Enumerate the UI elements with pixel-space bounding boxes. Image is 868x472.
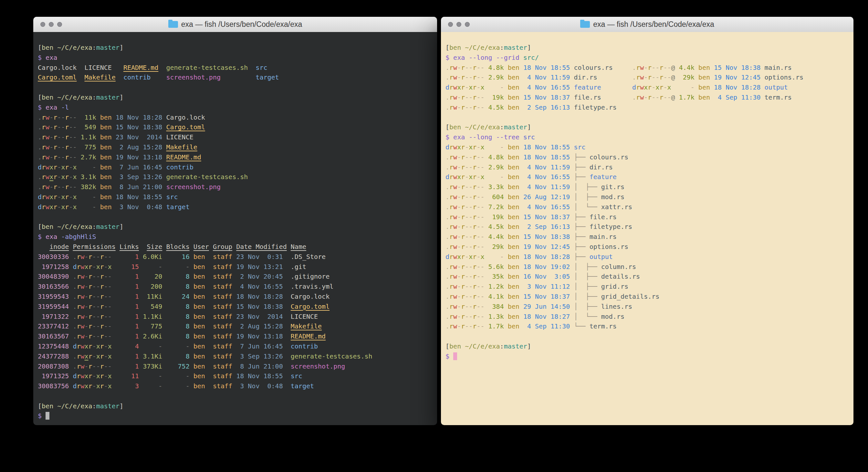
terminal-line: 30163566 .rw-r--r-- 1 200 8 ben staff 4 … (38, 282, 433, 292)
terminal-line: .rw-r--r-- 29k ben 19 Nov 12:45 ├── opti… (445, 242, 849, 252)
terminal-line: .rw-r--r-- 1.2k ben 3 Nov 11:12 │ ├── gr… (445, 282, 849, 292)
text-cursor (45, 412, 50, 420)
terminal-line: 1971258 drwxr-xr-x 15 - - ben staff 19 N… (38, 262, 433, 272)
terminal-line: .rw-r--r-- 549 ben 15 Nov 18:38 Cargo.to… (38, 122, 433, 132)
terminal-line: drwxr-xr-x - ben 3 Nov 0:48 target (38, 202, 433, 212)
terminal-line: .rw-r--r-- 11k ben 18 Nov 18:28 Cargo.lo… (38, 113, 433, 122)
terminal-line: inode Permissions Links Size Blocks User… (38, 242, 433, 252)
terminal-line: [ben ~/C/e/exa:master] (445, 122, 849, 132)
terminal-line: 30048390 .rw-r--r-- 1 20 8 ben staff 2 N… (38, 271, 433, 282)
terminal-line: .rw-r--r-- 5.6k ben 18 Nov 19:02 │ ├── c… (445, 262, 849, 272)
terminal-line: .rw-r--r-- 2.7k ben 19 Nov 13:18 README.… (38, 152, 433, 162)
terminal-line: $ exa (38, 53, 433, 63)
zoom-button[interactable] (465, 22, 470, 27)
terminal-line: drwxr-xr-x - ben 4 Nov 16:55 feature drw… (445, 83, 849, 92)
terminal-line: 24377288 .rwxr-xr-x 1 3.1Ki 8 ben staff … (38, 351, 433, 361)
terminal-line: Cargo.lock LICENCE README.md generate-te… (38, 63, 433, 73)
terminal-line (38, 391, 433, 401)
minimize-button[interactable] (457, 22, 461, 27)
minimize-button[interactable] (49, 22, 54, 27)
desktop: { "chrome": { "traffic_light_color": "#8… (0, 0, 868, 472)
terminal-line (38, 83, 433, 92)
terminal-line: drwxr-xr-x - ben 4 Nov 16:55 ├── feature (445, 172, 849, 182)
window-controls (448, 17, 470, 32)
terminal-line: .rw-r--r-- 384 ben 29 Jun 14:50 │ ├── li… (445, 302, 849, 312)
terminal-line: drwxr-xr-x - ben 18 Nov 18:28 ├── output (445, 252, 849, 262)
terminal-line: 31959543 .rw-r--r-- 1 11Ki 24 ben staff … (38, 292, 433, 302)
close-button[interactable] (448, 22, 453, 27)
terminal-line (38, 212, 433, 222)
terminal-line: drwxr-xr-x - ben 18 Nov 18:55 src (38, 192, 433, 202)
terminal-line (445, 331, 849, 342)
terminal-line: .rw-r--r-- 4.1k ben 15 Nov 18:37 │ ├── g… (445, 292, 849, 302)
terminal-viewport-left[interactable]: [ben ~/C/e/exa:master]$ exaCargo.lock LI… (33, 32, 437, 425)
terminal-line: $ (445, 351, 849, 361)
terminal-line: 12375448 drwxr-xr-x 4 - - ben staff 7 Ju… (38, 342, 433, 351)
terminal-line: .rw-r--r-- 775 ben 2 Aug 15:28 Makefile (38, 142, 433, 152)
terminal-line: .rw-r--r-- 1.7k ben 4 Sep 11:30 └── term… (445, 321, 849, 331)
close-button[interactable] (40, 22, 45, 27)
terminal-line: .rw-r--r-- 19k ben 15 Nov 18:37 file.rs … (445, 92, 849, 102)
terminal-line: .rw-r--r-- 2.9k ben 4 Nov 11:59 dir.rs .… (445, 72, 849, 83)
window-title-text: exa — fish /Users/ben/Code/exa/exa (181, 20, 302, 29)
terminal-line: .rw-r--r-- 1.1k ben 23 Nov 2014 LICENCE (38, 132, 433, 142)
terminal-line: [ben ~/C/e/exa:master] (38, 222, 433, 232)
terminal-line: .rw-r--r-- 3.3k ben 4 Nov 11:59 │ ├── gi… (445, 182, 849, 192)
terminal-line: drwxr-xr-x - ben 7 Jun 16:45 contrib (38, 162, 433, 172)
terminal-line: .rw-r--r-- 1.3k ben 18 Nov 18:27 │ └── m… (445, 312, 849, 322)
terminal-line (445, 113, 849, 122)
terminal-line: 30163567 .rw-r--r-- 1 2.6Ki 8 ben staff … (38, 331, 433, 342)
text-cursor (453, 352, 457, 360)
terminal-line: [ben ~/C/e/exa:master] (445, 342, 849, 351)
terminal-line: 30030336 .rw-r--r-- 1 6.0Ki 16 ben staff… (38, 252, 433, 262)
terminal-line: 31959544 .rw-r--r-- 1 549 8 ben staff 15… (38, 302, 433, 312)
terminal-line: $ exa --long --grid src/ (445, 53, 849, 63)
terminal-line: .rw-r--r-- 382k ben 8 Jun 21:00 screensh… (38, 182, 433, 192)
terminal-line: Cargo.toml Makefile contrib screenshot.p… (38, 72, 433, 83)
terminal-line: $ exa -l (38, 102, 433, 113)
terminal-line: .rw-r--r-- 4.4k ben 15 Nov 18:38 ├── mai… (445, 232, 849, 242)
terminal-line: $ exa --long --tree src (445, 132, 849, 142)
terminal-line: 23377412 .rw-r--r-- 1 775 8 ben staff 2 … (38, 321, 433, 331)
terminal-line: 20087308 .rw-r--r-- 1 373Ki 752 ben staf… (38, 361, 433, 372)
terminal-line: 30083756 drwxr-xr-x 3 - - ben staff 3 No… (38, 381, 433, 391)
window-title: exa — fish /Users/ben/Code/exa/exa (580, 20, 714, 29)
terminal-line: .rwxr-xr-x 3.1k ben 3 Sep 13:26 generate… (38, 172, 433, 182)
terminal-line: .rw-r--r-- 4.8k ben 18 Nov 18:55 ├── col… (445, 152, 849, 162)
terminal-line: drwxr-xr-x - ben 18 Nov 18:55 src (445, 142, 849, 152)
title-bar[interactable]: exa — fish /Users/ben/Code/exa/exa (33, 17, 437, 32)
terminal-line: [ben ~/C/e/exa:master] (38, 401, 433, 411)
terminal-window-right: exa — fish /Users/ben/Code/exa/exa [ben … (441, 17, 854, 425)
title-bar[interactable]: exa — fish /Users/ben/Code/exa/exa (441, 17, 854, 32)
terminal-line: .rw-r--r-- 35k ben 16 Nov 3:05 │ ├── det… (445, 271, 849, 282)
window-controls (40, 17, 62, 32)
folder-icon (168, 21, 178, 28)
terminal-line: .rw-r--r-- 604 ben 26 Aug 12:19 │ ├── mo… (445, 192, 849, 202)
terminal-line: .rw-r--r-- 2.9k ben 4 Nov 11:59 ├── dir.… (445, 162, 849, 172)
terminal-line: $ (38, 411, 433, 421)
terminal-line: .rw-r--r-- 19k ben 15 Nov 18:37 ├── file… (445, 212, 849, 222)
terminal-line: .rw-r--r-- 7.2k ben 4 Nov 16:55 │ └── xa… (445, 202, 849, 212)
window-title: exa — fish /Users/ben/Code/exa/exa (168, 20, 302, 29)
terminal-line: 1971322 .rw-r--r-- 1 1.1Ki 8 ben staff 2… (38, 312, 433, 322)
terminal-line: [ben ~/C/e/exa:master] (38, 92, 433, 102)
terminal-window-left: exa — fish /Users/ben/Code/exa/exa [ben … (33, 17, 437, 425)
zoom-button[interactable] (57, 22, 62, 27)
folder-icon (580, 21, 590, 28)
terminal-viewport-right[interactable]: [ben ~/C/e/exa:master]$ exa --long --gri… (441, 32, 854, 425)
window-title-text: exa — fish /Users/ben/Code/exa/exa (593, 20, 714, 29)
terminal-line: .rw-r--r-- 4.8k ben 18 Nov 18:55 colours… (445, 63, 849, 73)
terminal-line: .rw-r--r-- 4.5k ben 2 Sep 16:13 filetype… (445, 102, 849, 113)
terminal-line: $ exa -abghHliS (38, 232, 433, 242)
terminal-line: 1971325 drwxr-xr-x 11 - - ben staff 18 N… (38, 371, 433, 381)
terminal-line: .rw-r--r-- 4.5k ben 2 Sep 16:13 ├── file… (445, 222, 849, 232)
terminal-line: [ben ~/C/e/exa:master] (38, 43, 433, 53)
terminal-line: [ben ~/C/e/exa:master] (445, 43, 849, 53)
